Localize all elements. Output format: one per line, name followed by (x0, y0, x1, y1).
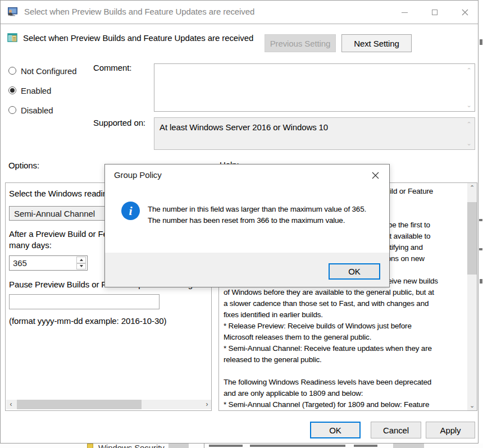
screen: Windows Security Select when Preview Bui… (0, 0, 483, 448)
background-window-fragment (480, 39, 482, 45)
radio-not-configured[interactable]: Not Configured (8, 66, 77, 76)
spinner-down-icon (80, 265, 83, 267)
scroll-down-icon[interactable]: ⌄ (466, 102, 472, 108)
comment-textarea[interactable]: ⌃ ⌄ (154, 63, 475, 112)
scrollbar-thumb[interactable] (467, 202, 477, 275)
spinner-down-button[interactable] (76, 263, 86, 270)
group-policy-icon (7, 7, 18, 17)
policy-setting-icon (7, 33, 17, 43)
defer-days-value: 365 (13, 258, 27, 268)
defer-days-label-line2: many days: (9, 240, 52, 250)
close-button[interactable] (452, 1, 478, 24)
minimize-icon (402, 12, 408, 13)
readiness-level-selected: Semi-Annual Channel (14, 209, 95, 218)
date-format-hint: (format yyyy-mm-dd example: 2016-10-30) (9, 316, 166, 326)
message-box-ok-button[interactable]: OK (329, 263, 380, 280)
help-text-line: of Windows before they are available to … (224, 287, 463, 298)
scroll-down-icon[interactable]: ⌄ (467, 401, 477, 410)
background-window-fragment (479, 248, 482, 250)
supported-on-textarea: ⌃ ⌄ At least Windows Server 2016 or Wind… (154, 117, 475, 150)
help-text-line: * Semi-Annual Channel: Receive feature u… (224, 343, 463, 354)
maximize-icon (432, 10, 438, 15)
background-window-fragment (479, 219, 482, 221)
scroll-up-icon[interactable]: ⌃ (466, 121, 472, 127)
help-text-line: fixes identified in earlier builds. (224, 309, 463, 321)
background-item-label: Windows Security (98, 444, 165, 448)
help-vertical-scrollbar[interactable]: ⌃ ⌄ (467, 183, 477, 410)
background-window-right-sliver (479, 0, 483, 444)
message-line-1: The number in this field was larger than… (148, 204, 366, 215)
help-text-line: released to the general public. (224, 354, 463, 365)
radio-label: Enabled (21, 86, 51, 95)
radio-label: Disabled (21, 106, 53, 115)
pause-date-input[interactable] (9, 294, 160, 309)
scroll-right-icon[interactable]: › (202, 400, 212, 409)
radio-label: Not Configured (21, 66, 77, 76)
scroll-up-icon[interactable]: ⌃ (467, 183, 477, 193)
folder-icon (87, 444, 93, 448)
help-text-line (224, 365, 463, 377)
close-icon (372, 172, 379, 179)
background-window-fragment (250, 445, 345, 447)
background-window-bottom-sliver: Windows Security (0, 444, 483, 448)
background-window-fragment (168, 444, 189, 448)
defer-days-input[interactable]: 365 (9, 255, 88, 271)
radio-enabled[interactable]: Enabled (8, 85, 51, 95)
background-window-fragment (204, 444, 204, 448)
background-window-fragment (354, 445, 377, 447)
scroll-down-icon[interactable]: ⌄ (466, 140, 472, 146)
defer-days-spinner (76, 257, 86, 269)
ok-button[interactable]: OK (310, 422, 361, 438)
window-title: Select when Preview Builds and Feature U… (24, 7, 254, 16)
apply-button[interactable]: Apply (426, 422, 475, 438)
radio-circle (8, 106, 16, 114)
supported-on-value: At least Windows Server 2016 or Windows … (160, 122, 328, 132)
message-box-title: Group Policy (114, 170, 162, 180)
supported-on-label: Supported on: (93, 118, 145, 127)
help-text-line: * Release Preview: Receive builds of Win… (224, 321, 463, 332)
comment-label: Comment: (93, 63, 131, 72)
spinner-up-icon (80, 259, 83, 261)
scroll-up-icon[interactable]: ⌃ (466, 67, 472, 73)
radio-circle-checked (8, 86, 16, 94)
options-section-label: Options: (8, 161, 39, 170)
spinner-up-button[interactable] (76, 257, 86, 263)
close-icon (462, 9, 468, 16)
scrollbar-thumb[interactable] (17, 400, 142, 409)
help-text-line: Microsoft releases them to the general p… (224, 332, 463, 343)
background-window-fragment (393, 444, 424, 448)
background-window-fragment (209, 445, 243, 447)
scroll-left-icon[interactable]: ‹ (6, 400, 16, 409)
help-text-line: The following Windows Readiness levels h… (224, 377, 463, 388)
previous-setting-button[interactable]: Previous Setting (265, 34, 336, 52)
radio-disabled[interactable]: Disabled (8, 105, 53, 115)
policy-setting-title: Select when Preview Builds and Feature U… (23, 33, 253, 43)
help-text-line: a slower cadence than those set to Fast,… (224, 298, 463, 309)
message-box-close-button[interactable] (369, 169, 381, 181)
options-horizontal-scrollbar[interactable]: ‹ › (6, 400, 212, 409)
message-line-2: The number has been reset from 366 to th… (148, 215, 366, 226)
background-window-fragment (480, 279, 482, 284)
group-policy-message-box: Group Policy i The number in this field … (104, 164, 390, 287)
help-text-line: * Semi-Annual Channel (Targeted) for 180… (224, 399, 463, 410)
titlebar: Select when Preview Builds and Feature U… (1, 1, 478, 24)
radio-circle (8, 67, 16, 75)
maximize-button[interactable] (422, 1, 448, 24)
help-text-line: and are only applicable to 1809 and belo… (224, 388, 463, 399)
next-setting-button[interactable]: Next Setting (341, 34, 412, 52)
cancel-button[interactable]: Cancel (371, 422, 421, 438)
minimize-button[interactable] (391, 1, 417, 24)
info-icon: i (121, 202, 140, 220)
